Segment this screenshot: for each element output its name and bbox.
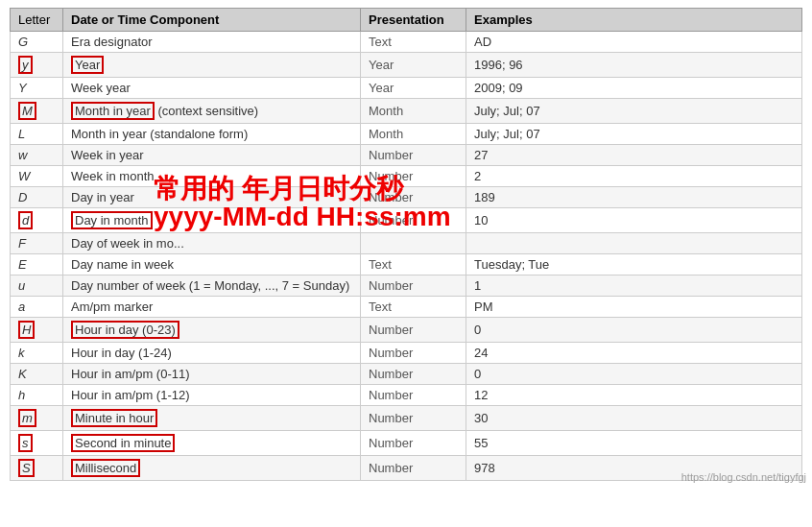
cell-desc: Day number of week (1 = Monday, ..., 7 =… — [63, 275, 361, 297]
cell-examples: AD — [466, 32, 802, 53]
cell-desc: Era designator — [63, 32, 361, 53]
watermark-url: https://blog.csdn.net/tigyfgj — [681, 471, 806, 483]
cell-letter: G — [11, 32, 63, 53]
table-row: MMonth in year (context sensitive)MonthJ… — [11, 99, 802, 124]
cell-letter: E — [11, 254, 63, 275]
cell-desc: Hour in am/pm (0-11) — [63, 364, 361, 385]
cell-presentation: Number — [361, 145, 466, 166]
cell-presentation: Number — [361, 187, 466, 208]
cell-examples: 2009; 09 — [466, 78, 802, 99]
cell-desc: Minute in hour — [63, 406, 361, 431]
cell-examples: 0 — [466, 364, 802, 385]
cell-desc: Am/pm marker — [63, 297, 361, 318]
cell-desc: Millisecond — [63, 456, 361, 481]
cell-desc: Second in minute — [63, 431, 361, 456]
cell-examples: 1996; 96 — [466, 53, 802, 78]
table-row: YWeek yearYear2009; 09 — [11, 78, 802, 99]
cell-examples: 24 — [466, 343, 802, 364]
cell-presentation: Number — [361, 406, 466, 431]
table-row: dDay in monthNumber10 — [11, 208, 802, 233]
cell-examples: 27 — [466, 145, 802, 166]
cell-examples: 12 — [466, 385, 802, 406]
cell-presentation: Number — [361, 318, 466, 343]
cell-letter: h — [11, 385, 63, 406]
col-header-desc: Date or Time Component — [63, 9, 361, 32]
cell-presentation: Month — [361, 99, 466, 124]
cell-desc: Week in month — [63, 166, 361, 187]
cell-presentation: Text — [361, 297, 466, 318]
cell-examples: 189 — [466, 187, 802, 208]
cell-presentation: Number — [361, 343, 466, 364]
cell-examples: 2 — [466, 166, 802, 187]
cell-letter: K — [11, 364, 63, 385]
cell-letter: D — [11, 187, 63, 208]
col-header-letter: Letter — [11, 9, 63, 32]
cell-presentation: Year — [361, 53, 466, 78]
cell-presentation — [361, 233, 466, 254]
cell-desc: Hour in day (1-24) — [63, 343, 361, 364]
cell-desc: Day in year — [63, 187, 361, 208]
cell-letter: y — [11, 53, 63, 78]
cell-letter: s — [11, 431, 63, 456]
cell-examples: PM — [466, 297, 802, 318]
table-row: LMonth in year (standalone form)MonthJul… — [11, 124, 802, 145]
table-row: kHour in day (1-24)Number24 — [11, 343, 802, 364]
cell-desc: Day of week in mo... — [63, 233, 361, 254]
cell-desc: Week in year — [63, 145, 361, 166]
cell-examples: 30 — [466, 406, 802, 431]
table-row: wWeek in yearNumber27 — [11, 145, 802, 166]
cell-letter: H — [11, 318, 63, 343]
cell-presentation: Text — [361, 254, 466, 275]
cell-presentation: Number — [361, 431, 466, 456]
cell-examples: 0 — [466, 318, 802, 343]
cell-examples: 1 — [466, 275, 802, 297]
cell-letter: F — [11, 233, 63, 254]
datetime-table: Letter Date or Time Component Presentati… — [10, 8, 802, 481]
cell-desc: Week year — [63, 78, 361, 99]
cell-presentation: Number — [361, 166, 466, 187]
table-row: yYearYear1996; 96 — [11, 53, 802, 78]
cell-letter: Y — [11, 78, 63, 99]
cell-presentation: Month — [361, 124, 466, 145]
cell-examples: 10 — [466, 208, 802, 233]
cell-examples: July; Jul; 07 — [466, 124, 802, 145]
table-row: sSecond in minuteNumber55 — [11, 431, 802, 456]
cell-presentation: Number — [361, 275, 466, 297]
cell-desc: Month in year (context sensitive) — [63, 99, 361, 124]
cell-presentation: Number — [361, 385, 466, 406]
cell-desc: Hour in am/pm (1-12) — [63, 385, 361, 406]
cell-desc: Month in year (standalone form) — [63, 124, 361, 145]
cell-letter: m — [11, 406, 63, 431]
cell-letter: S — [11, 456, 63, 481]
cell-examples: July; Jul; 07 — [466, 99, 802, 124]
cell-presentation: Number — [361, 364, 466, 385]
cell-presentation: Number — [361, 208, 466, 233]
table-row: HHour in day (0-23)Number0 — [11, 318, 802, 343]
table-row: FDay of week in mo... — [11, 233, 802, 254]
cell-letter: a — [11, 297, 63, 318]
cell-letter: M — [11, 99, 63, 124]
table-row: mMinute in hourNumber30 — [11, 406, 802, 431]
table-row: DDay in yearNumber189 — [11, 187, 802, 208]
cell-examples: Tuesday; Tue — [466, 254, 802, 275]
cell-examples: 55 — [466, 431, 802, 456]
cell-letter: L — [11, 124, 63, 145]
cell-letter: u — [11, 275, 63, 297]
col-header-presentation: Presentation — [361, 9, 466, 32]
cell-presentation: Text — [361, 32, 466, 53]
cell-examples — [466, 233, 802, 254]
cell-letter: W — [11, 166, 63, 187]
cell-letter: d — [11, 208, 63, 233]
cell-desc: Hour in day (0-23) — [63, 318, 361, 343]
cell-letter: k — [11, 343, 63, 364]
cell-letter: w — [11, 145, 63, 166]
col-header-examples: Examples — [466, 9, 802, 32]
cell-presentation: Year — [361, 78, 466, 99]
cell-desc: Day name in week — [63, 254, 361, 275]
table-row: WWeek in monthNumber2 — [11, 166, 802, 187]
table-row: uDay number of week (1 = Monday, ..., 7 … — [11, 275, 802, 297]
table-row: GEra designatorTextAD — [11, 32, 802, 53]
table-row: EDay name in weekTextTuesday; Tue — [11, 254, 802, 275]
main-container: Letter Date or Time Component Presentati… — [0, 0, 812, 489]
cell-desc: Year — [63, 53, 361, 78]
